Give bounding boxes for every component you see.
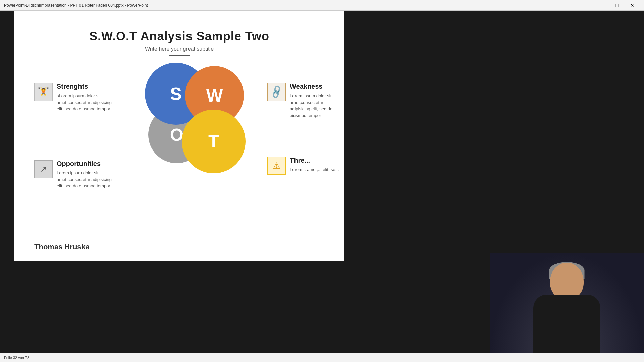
titlebar: PowerPoint-Bildschirmpräsentation - PPT … <box>0 0 644 11</box>
strengths-title: Strenghts <box>57 83 115 90</box>
webcam-body <box>533 295 600 353</box>
weakness-box: 🔗 Weakness Lorem ipsum dolor sit amet,co… <box>267 83 344 119</box>
maximize-button[interactable]: □ <box>609 0 625 11</box>
weakness-icon-box: 🔗 <box>267 83 286 101</box>
minimize-button[interactable]: – <box>594 0 609 11</box>
statusbar: Folie 32 von 78 <box>0 353 644 362</box>
titlebar-title: PowerPoint-Bildschirmpräsentation - PPT … <box>4 3 148 8</box>
opportunities-icon-box: ↗ <box>34 160 53 178</box>
slide-container: S.W.O.T Analysis Sample Two Write here y… <box>14 11 344 261</box>
slide-title-block: S.W.O.T Analysis Sample Two Write here y… <box>14 29 344 56</box>
opportunities-title: Opportunities <box>57 160 115 168</box>
weakness-title: Weakness <box>290 83 344 90</box>
webcam-person <box>490 253 644 353</box>
webcam-overlay <box>490 253 644 353</box>
threats-title: Thre... <box>290 157 339 164</box>
strengths-text: sLorem ipsum dolor sit amet,consectetur … <box>57 93 115 112</box>
close-button[interactable]: ✕ <box>625 0 640 11</box>
arrow-up-icon: ↗ <box>40 164 47 174</box>
person-icon: 🏋 <box>38 86 49 98</box>
opportunities-text: Lorem ipsum dolor sit amet,consectetur a… <box>57 170 115 189</box>
slide-subtitle: Write here your great subtitle <box>14 46 344 52</box>
slide-main-title: S.W.O.T Analysis Sample Two <box>14 29 344 43</box>
threats-text: Lorem... amet,... elit, se... <box>290 166 339 173</box>
warning-icon: ⚠ <box>273 161 280 171</box>
slide: S.W.O.T Analysis Sample Two Write here y… <box>14 11 344 261</box>
threats-icon-box: ⚠ <box>267 157 286 175</box>
strengths-box: 🏋 Strenghts sLorem ipsum dolor sit amet,… <box>34 83 115 112</box>
webcam-head <box>550 263 584 300</box>
threats-box: ⚠ Thre... Lorem... amet,... elit, se... <box>267 157 339 175</box>
venn-diagram: S W O T <box>131 63 259 197</box>
circle-t: T <box>182 110 246 173</box>
strengths-icon-box: 🏋 <box>34 83 53 101</box>
chain-icon: 🔗 <box>269 84 284 100</box>
subtitle-underline <box>169 55 190 56</box>
slide-counter: Folie 32 von 78 <box>4 356 29 360</box>
weakness-text: Lorem ipsum dolor sit amet,consectetur a… <box>290 93 344 119</box>
opportunities-box: ↗ Opportunities Lorem ipsum dolor sit am… <box>34 160 115 189</box>
presenter-name: Thomas Hruska <box>34 243 90 251</box>
left-panel <box>0 11 14 353</box>
titlebar-controls: – □ ✕ <box>594 0 640 11</box>
right-panel <box>490 11 644 165</box>
